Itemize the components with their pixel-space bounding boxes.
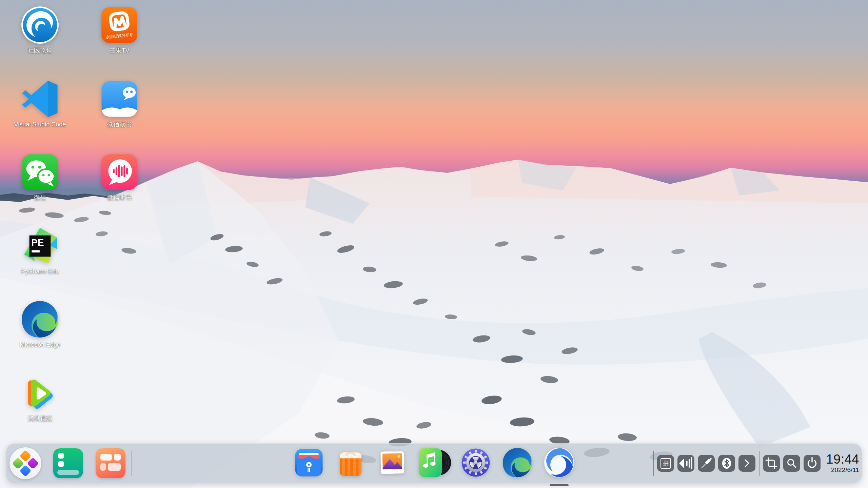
desktop-icon-tencent-video[interactable]: 腾讯视频: [9, 374, 71, 422]
wired-network-button[interactable]: [698, 455, 715, 472]
clock-time: 19:44: [826, 453, 859, 466]
microsoft-edge-icon[interactable]: [21, 300, 59, 338]
clock-date: 2022/6/11: [831, 466, 859, 474]
desktop-icon-wechat-read[interactable]: 微信读书: [89, 80, 150, 128]
grand-search-button[interactable]: [783, 455, 800, 472]
file-manager-icon: [294, 447, 324, 478]
screen-capture-button[interactable]: [763, 455, 780, 472]
chevron-right-icon: [738, 455, 755, 472]
multitask-window-icon: [100, 454, 112, 461]
app-store-icon: [335, 447, 366, 478]
volume-button[interactable]: [677, 455, 694, 472]
bluetooth-icon: [718, 455, 735, 472]
microsoft-edge-dock-button[interactable]: [502, 447, 533, 478]
power-icon: [804, 455, 821, 472]
community-forum-icon[interactable]: [21, 6, 59, 44]
wechat-read-icon[interactable]: [100, 80, 138, 118]
desktop-icon-label: Microsoft Edge: [20, 341, 60, 348]
microsoft-edge-icon: [502, 447, 533, 478]
launcher-diamond-purple: [27, 457, 39, 469]
search-icon: [783, 455, 800, 472]
volume-icon: [677, 455, 694, 472]
show-desktop-taskbar-icon: [57, 470, 79, 475]
launcher-button[interactable]: [9, 447, 41, 479]
browser-icon: [544, 447, 574, 478]
desktop-icon-wechat[interactable]: 微信: [9, 153, 71, 201]
control-center-icon: [460, 447, 491, 478]
music-icon: [419, 447, 449, 478]
app-store-button[interactable]: [335, 447, 366, 478]
mango-tv-icon[interactable]: 披荆斩棘的哥哥: [100, 6, 138, 44]
tencent-video-icon[interactable]: [21, 374, 59, 412]
desktop-icon-vscode[interactable]: Visual Studio Code: [9, 80, 71, 128]
wechat-listen-icon[interactable]: [100, 153, 138, 191]
wechat-icon[interactable]: [21, 153, 59, 191]
dock-tray-group: 拼: [653, 443, 859, 483]
music-button[interactable]: [419, 447, 449, 478]
power-button[interactable]: [804, 455, 821, 472]
desktop-icon-pycharm-edu[interactable]: PE PyCharm Edu: [9, 227, 71, 275]
show-desktop-window-icon: [58, 461, 64, 467]
launcher-diamond-blue: [19, 465, 31, 476]
album-icon: [377, 447, 408, 478]
desktop-icon-label: 微信读书: [107, 121, 132, 128]
desktop-icon-label: 社区论坛: [28, 47, 52, 54]
screen-capture-icon: [763, 455, 780, 472]
desktop-icon-label: PyCharm Edu: [21, 268, 59, 275]
desktop-icon-label: 腾讯视频: [28, 415, 52, 422]
dock-separator: [759, 451, 760, 476]
browser-button[interactable]: [544, 447, 574, 478]
show-desktop-button[interactable]: [53, 448, 83, 478]
dock-separator: [132, 451, 132, 476]
clock-widget[interactable]: 19:44 2022/6/11: [824, 453, 859, 474]
control-center-button[interactable]: [460, 447, 491, 478]
wired-network-icon: [698, 455, 715, 472]
multitasking-view-button[interactable]: [96, 448, 125, 478]
desktop: 社区论坛 披荆斩棘的哥哥 芒果TV Visual Studio Code: [0, 0, 868, 488]
desktop-icon-label: Visual Studio Code: [14, 121, 66, 128]
show-desktop-window-icon: [58, 453, 64, 459]
pycharm-edu-icon[interactable]: PE: [21, 227, 59, 265]
desktop-icon-label: 芒果TV: [109, 47, 129, 54]
desktop-icon-microsoft-edge[interactable]: Microsoft Edge: [9, 300, 71, 348]
multitask-window-icon: [108, 463, 121, 471]
multitask-window-icon: [114, 454, 121, 461]
input-method-icon: 拼: [660, 458, 671, 469]
pycharm-monogram: PE: [31, 237, 44, 248]
browser-running-indicator: [550, 484, 569, 486]
expand-tray-button[interactable]: [738, 455, 755, 472]
dock-center-group: [294, 447, 574, 478]
file-manager-button[interactable]: [294, 447, 324, 478]
input-method-button[interactable]: 拼: [657, 455, 674, 472]
album-button[interactable]: [377, 447, 408, 478]
desktop-icon-label: 微信: [34, 194, 46, 201]
dock-separator: [653, 451, 654, 476]
dock: 拼: [6, 443, 862, 483]
desktop-icon-mango-tv[interactable]: 披荆斩棘的哥哥 芒果TV: [89, 6, 150, 54]
desktop-icon-community-forum[interactable]: 社区论坛: [9, 6, 71, 54]
wallpaper-mountains: [0, 0, 868, 488]
vscode-icon[interactable]: [21, 80, 59, 118]
desktop-icon-label: 微信听书: [107, 194, 132, 201]
desktop-icon-wechat-listen[interactable]: 微信听书: [89, 153, 150, 201]
bluetooth-button[interactable]: [718, 455, 735, 472]
multitask-window-icon: [100, 463, 106, 471]
